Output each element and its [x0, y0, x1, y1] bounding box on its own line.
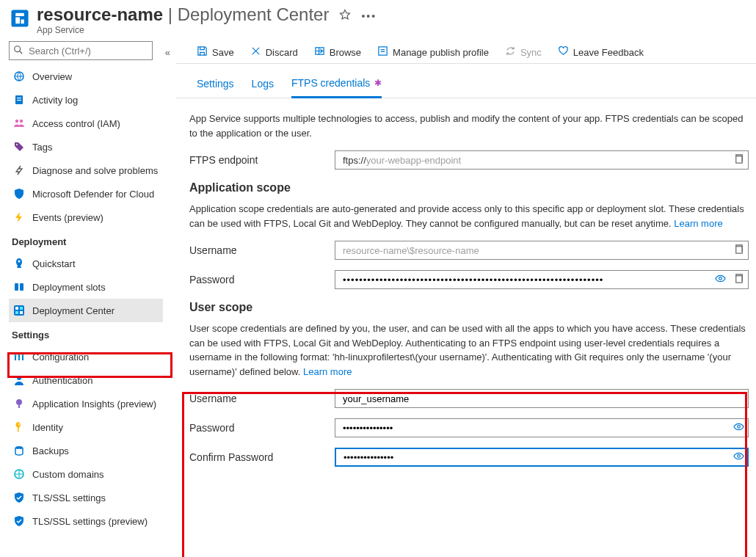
ftps-endpoint-label: FTPS endpoint: [189, 154, 335, 166]
svg-rect-13: [15, 307, 18, 310]
browse-button[interactable]: Browse: [314, 45, 361, 59]
command-bar: Save Discard Browse Manage publish profi…: [176, 43, 756, 64]
tab-logs[interactable]: Logs: [252, 77, 274, 98]
sidebar-item-label: Configuration: [32, 352, 89, 363]
svg-point-26: [18, 423, 20, 425]
sidebar-item-auth[interactable]: Authentication: [9, 368, 163, 392]
sidebar-item-quickstart[interactable]: Quickstart: [9, 252, 163, 275]
tab-settings[interactable]: Settings: [197, 77, 234, 98]
feedback-button[interactable]: Leave Feedback: [558, 45, 644, 59]
activity-icon: [13, 94, 25, 106]
svg-rect-31: [736, 156, 742, 163]
app-password-field[interactable]: [335, 270, 749, 289]
auth-icon: [13, 374, 25, 386]
sidebar-item-tags[interactable]: Tags: [9, 135, 163, 159]
page-section: | Deployment Center: [163, 4, 329, 24]
tls-icon: [13, 492, 25, 503]
sidebar-item-activity[interactable]: Activity log: [9, 88, 163, 112]
copy-username-icon[interactable]: [733, 244, 744, 257]
sidebar-item-tlsprev[interactable]: TLS/SSL settings (preview): [9, 509, 163, 533]
sidebar-item-label: Custom domains: [32, 469, 104, 480]
sidebar-item-domains[interactable]: Custom domains: [9, 462, 163, 486]
app-password-label: Password: [189, 274, 335, 285]
user-scope-desc: User scope credentials are defined by yo…: [189, 321, 749, 379]
events-icon: [13, 211, 25, 223]
sidebar-item-tls[interactable]: TLS/SSL settings: [9, 486, 163, 509]
backups-icon: [13, 445, 25, 456]
user-username-label: Username: [189, 393, 335, 404]
sidebar-item-dc[interactable]: Deployment Center: [9, 299, 163, 322]
sidebar-item-diagnose[interactable]: Diagnose and solve problems: [9, 159, 163, 182]
copy-password-icon[interactable]: [733, 273, 744, 286]
svg-rect-14: [20, 307, 23, 310]
collapse-sidebar-icon[interactable]: «: [165, 47, 170, 58]
sidebar-item-identity[interactable]: Identity: [9, 415, 163, 439]
sidebar-item-overview[interactable]: Overview: [9, 65, 163, 88]
domains-icon: [13, 468, 25, 480]
reveal-user-password-icon[interactable]: [733, 421, 744, 434]
sidebar-list[interactable]: OverviewActivity logAccess control (IAM)…: [9, 65, 169, 557]
copy-endpoint-icon[interactable]: [733, 153, 744, 167]
sidebar-item-iam[interactable]: Access control (IAM): [9, 112, 163, 135]
highlight-user-scope: [182, 392, 747, 557]
page-header: resource-name | Deployment Center App Se…: [0, 0, 756, 37]
app-username-label: Username: [189, 244, 335, 256]
more-actions-icon[interactable]: •••: [361, 10, 377, 22]
dc-icon: [13, 305, 25, 316]
sidebar-item-label: Tags: [32, 142, 52, 153]
learn-more-link[interactable]: Learn more: [674, 218, 722, 229]
sidebar-item-label: Deployment Center: [32, 305, 115, 316]
save-button[interactable]: Save: [197, 45, 234, 59]
quickstart-icon: [13, 258, 25, 269]
manage-profile-button[interactable]: Manage publish profile: [377, 45, 489, 59]
svg-rect-25: [18, 405, 20, 408]
user-password-field[interactable]: [335, 418, 749, 437]
svg-point-36: [738, 455, 741, 458]
svg-point-6: [15, 120, 18, 123]
search-input[interactable]: [9, 41, 153, 60]
sidebar-item-backups[interactable]: Backups: [9, 439, 163, 462]
main-content: Save Discard Browse Manage publish profi…: [176, 37, 756, 557]
diagnose-icon: [13, 164, 25, 176]
learn-more-link-2[interactable]: Learn more: [303, 366, 352, 377]
svg-point-33: [719, 277, 722, 280]
discard-icon: [250, 45, 261, 59]
ftps-endpoint-field[interactable]: ftps://your-webapp-endpoint: [335, 150, 749, 170]
sidebar-item-label: Backups: [32, 445, 69, 456]
svg-point-7: [20, 120, 23, 123]
save-icon: [197, 45, 208, 59]
svg-point-22: [22, 354, 24, 356]
sidebar-item-label: Identity: [32, 422, 63, 433]
sidebar-search[interactable]: [9, 41, 153, 60]
sidebar-item-slots[interactable]: Deployment slots: [9, 275, 163, 299]
reveal-confirm-password-icon[interactable]: [733, 451, 744, 464]
sidebar-item-events[interactable]: Events (preview): [9, 205, 163, 229]
sync-button: Sync: [505, 45, 542, 59]
app-username-field[interactable]: [335, 241, 749, 260]
sidebar-item-label: Overview: [32, 71, 72, 82]
discard-button[interactable]: Discard: [250, 45, 298, 59]
sidebar-item-defender[interactable]: Microsoft Defender for Cloud: [9, 182, 163, 205]
user-username-field[interactable]: [335, 389, 749, 408]
overview-icon: [13, 70, 25, 82]
svg-point-20: [15, 354, 17, 357]
page-title: resource-name | Deployment Center: [37, 4, 329, 25]
favorite-star-icon[interactable]: [339, 9, 351, 23]
sidebar-item-label: TLS/SSL settings: [32, 492, 106, 503]
ftps-intro: App Service supports multiple technologi…: [189, 112, 749, 140]
user-scope-heading: User scope: [189, 301, 749, 314]
application-scope-heading: Application scope: [189, 181, 749, 194]
user-confirm-password-field[interactable]: [335, 448, 749, 467]
svg-point-23: [17, 376, 21, 380]
user-confirm-label: Confirm Password: [189, 451, 335, 463]
user-password-label: Password: [189, 422, 335, 434]
application-scope-desc: Application scope credentials are auto-g…: [189, 202, 749, 230]
svg-rect-30: [379, 47, 387, 55]
sidebar-item-appins[interactable]: Application Insights (preview): [9, 392, 163, 415]
tab-ftps-credentials[interactable]: FTPS credentials✱: [291, 77, 382, 98]
reveal-password-icon[interactable]: [715, 273, 726, 286]
sidebar-item-config[interactable]: Configuration: [9, 345, 163, 368]
sidebar-item-label: Access control (IAM): [32, 118, 120, 129]
app-service-icon: [10, 9, 29, 28]
svg-point-35: [738, 426, 741, 429]
